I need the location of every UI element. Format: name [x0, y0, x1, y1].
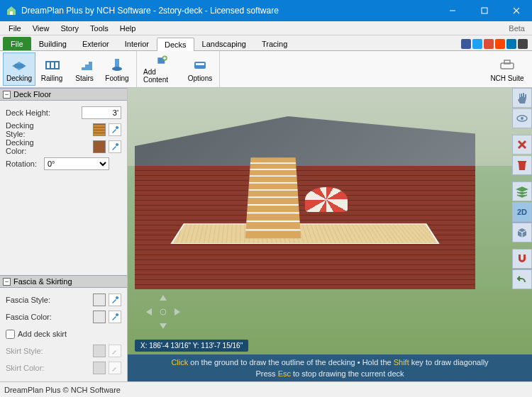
suite-icon [499, 56, 516, 73]
ribbon-options[interactable]: Options [184, 52, 216, 86]
orbit-tool[interactable] [512, 108, 532, 128]
ribbon-railing-label: Railing [41, 74, 63, 82]
skirt-color-swatch [93, 362, 106, 374]
decking-icon [11, 56, 28, 73]
fascia-style-picker[interactable] [109, 293, 121, 306]
ribbon-footing-label: Footing [105, 74, 128, 82]
ribbon-add-content[interactable]: Add Content [140, 52, 184, 86]
skirt-style-swatch [93, 345, 106, 357]
delete-tool[interactable] [512, 135, 532, 155]
status-bar: DreamPlan Plus © NCH Software [0, 381, 532, 397]
app-icon [6, 5, 17, 16]
tab-building[interactable]: Building [31, 37, 74, 50]
panel-deck-floor-body: Deck Height: Decking Style: Decking Colo… [0, 101, 127, 177]
maximize-button[interactable] [468, 0, 500, 21]
undo-icon [516, 273, 528, 286]
svg-point-11 [116, 296, 118, 299]
pan-tool[interactable] [512, 88, 532, 108]
nav-wheel[interactable] [142, 291, 184, 333]
linkedin-icon[interactable] [506, 39, 516, 49]
cube-icon [516, 226, 528, 239]
twitter-icon[interactable] [472, 39, 482, 49]
eyedropper-icon [111, 125, 119, 134]
skirt-style-label: Skirt Style: [6, 347, 55, 355]
fascia-style-swatch[interactable] [93, 293, 106, 306]
ribbon-options-label: Options [188, 74, 212, 82]
panel-fascia-title: Fascia & Skirting [13, 277, 72, 286]
decking-color-swatch[interactable] [93, 140, 106, 153]
facebook-icon[interactable] [461, 39, 471, 49]
ribbon-decking[interactable]: Decking [3, 52, 35, 86]
2d-view-tool[interactable]: 2D [512, 202, 532, 222]
menu-tools[interactable]: Tools [84, 23, 114, 34]
tab-exterior[interactable]: Exterior [74, 37, 117, 50]
close-button[interactable] [500, 0, 532, 21]
skirt-style-picker [109, 345, 121, 357]
window-title: DreamPlan Plus by NCH Software - 2story-… [21, 6, 436, 16]
deck-height-label: Deck Height: [6, 108, 55, 117]
menu-story[interactable]: Story [55, 23, 84, 34]
decking-style-picker[interactable] [109, 123, 121, 136]
deck-height-input[interactable] [82, 106, 121, 119]
beta-label: Beta [503, 23, 529, 34]
ribbon-stairs[interactable]: Stairs [68, 52, 101, 86]
undo-tool[interactable] [512, 269, 532, 289]
svg-point-9 [116, 126, 118, 129]
tab-interior[interactable]: Interior [117, 37, 157, 50]
magnet-icon [516, 252, 528, 265]
hand-icon [516, 91, 528, 104]
ribbon-railing[interactable]: Railing [35, 52, 68, 86]
svg-rect-1 [115, 59, 119, 67]
gplus-icon[interactable] [484, 39, 494, 49]
reddit-icon[interactable] [495, 39, 505, 49]
3d-viewport[interactable]: X: 186'-4 13/16" Y: 113'-7 15/16" Click … [128, 88, 532, 381]
decking-color-label: Decking Color: [6, 138, 55, 155]
main-area: − Deck Floor Deck Height: Decking Style:… [0, 88, 532, 381]
ribbon-suite-label: NCH Suite [490, 74, 523, 82]
ribbon-stairs-label: Stairs [75, 74, 94, 82]
fascia-color-swatch[interactable] [93, 311, 106, 323]
share-icon[interactable] [518, 39, 528, 49]
properties-sidebar: − Deck Floor Deck Height: Decking Style:… [0, 88, 128, 381]
coordinates-display: X: 186'-4 13/16" Y: 113'-7 15/16" [135, 340, 248, 352]
menu-view[interactable]: View [27, 23, 55, 34]
tab-decks[interactable]: Decks [157, 38, 194, 51]
titlebar: DreamPlan Plus by NCH Software - 2story-… [0, 0, 532, 21]
snap-tool[interactable] [512, 249, 532, 269]
minimize-button[interactable] [436, 0, 468, 21]
tab-landscaping[interactable]: Landscaping [194, 37, 254, 50]
eyedropper-icon [111, 347, 119, 355]
menu-help[interactable]: Help [114, 23, 142, 34]
decking-style-swatch[interactable] [93, 123, 106, 136]
layers-icon [516, 185, 528, 198]
orbit-icon [516, 112, 528, 125]
tab-tracing[interactable]: Tracing [254, 37, 295, 50]
trash-tool[interactable] [512, 155, 532, 175]
fascia-color-picker[interactable] [109, 311, 121, 323]
svg-rect-6 [196, 63, 204, 65]
hint-bar: Click on the ground to draw the outline … [128, 354, 532, 381]
ribbon-group-suite: NCH Suite [482, 51, 532, 87]
tab-file[interactable]: File [3, 37, 31, 50]
decking-color-picker[interactable] [109, 140, 121, 153]
menu-file[interactable]: File [3, 23, 27, 34]
add-deck-skirt-checkbox[interactable] [6, 330, 15, 339]
panel-deck-floor-header[interactable]: − Deck Floor [0, 88, 127, 101]
ribbon-footing[interactable]: Footing [101, 52, 133, 86]
eyedropper-icon [111, 296, 119, 304]
panel-fascia-header[interactable]: − Fascia & Skirting [0, 275, 127, 288]
ribbon-add-content-label: Add Content [143, 68, 180, 84]
add-content-icon [153, 55, 170, 67]
collapse-icon[interactable]: − [3, 278, 11, 286]
ribbon-nch-suite[interactable]: NCH Suite [485, 52, 529, 86]
ribbon-group-content: Add Content Options [137, 51, 220, 87]
rotation-label: Rotation: [6, 160, 41, 168]
rotation-select[interactable]: 0° [44, 157, 109, 170]
footing-icon [109, 56, 126, 73]
collapse-icon[interactable]: − [3, 91, 11, 99]
svg-point-2 [112, 67, 122, 71]
3d-view-tool[interactable] [512, 223, 532, 242]
level-tool[interactable] [512, 181, 532, 201]
eyedropper-icon [111, 364, 119, 372]
railing-icon [43, 56, 60, 73]
